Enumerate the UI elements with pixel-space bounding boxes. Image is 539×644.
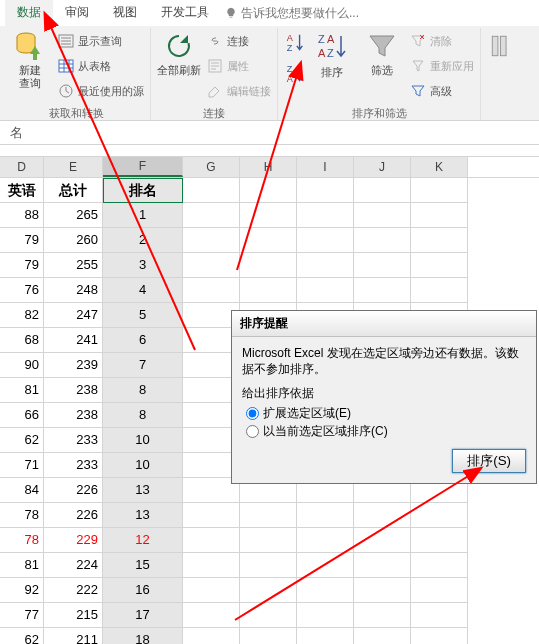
col-header-H[interactable]: H <box>240 157 297 177</box>
cell[interactable]: 8 <box>103 403 183 428</box>
col-header-K[interactable]: K <box>411 157 468 177</box>
cell[interactable]: 13 <box>103 503 183 528</box>
cell[interactable]: 66 <box>0 403 44 428</box>
name-box[interactable]: 名 <box>4 124 29 142</box>
cell[interactable]: 18 <box>103 628 183 644</box>
tell-me[interactable]: 告诉我您想要做什么... <box>225 0 359 26</box>
cell[interactable]: 17 <box>103 603 183 628</box>
cell[interactable]: 79 <box>0 253 44 278</box>
tab-data[interactable]: 数据 <box>5 0 53 26</box>
header-cell-D[interactable]: 英语 <box>0 178 44 203</box>
cell[interactable]: 71 <box>0 453 44 478</box>
recent-sources-button[interactable]: 最近使用的源 <box>58 80 144 102</box>
cell[interactable]: 13 <box>103 478 183 503</box>
cell[interactable]: 226 <box>44 503 103 528</box>
cell[interactable]: 77 <box>0 603 44 628</box>
cell[interactable]: 255 <box>44 253 103 278</box>
header-row: 英语 总计 排名 <box>0 178 539 203</box>
cell[interactable]: 10 <box>103 453 183 478</box>
cell[interactable]: 224 <box>44 553 103 578</box>
group-label-conn: 连接 <box>157 104 271 120</box>
funnel-icon <box>366 30 398 62</box>
radio-expand-input[interactable] <box>246 407 259 420</box>
cell[interactable]: 247 <box>44 303 103 328</box>
svg-text:Z: Z <box>287 64 293 74</box>
svg-text:Z: Z <box>327 47 334 59</box>
cell[interactable]: 62 <box>0 428 44 453</box>
dialog-sort-button[interactable]: 排序(S) <box>452 449 526 473</box>
cell[interactable]: 6 <box>103 328 183 353</box>
from-table-button[interactable]: 从表格 <box>58 55 144 77</box>
group-connections: 全部刷新 连接 属性 编辑链接 连接 <box>151 28 278 120</box>
cell[interactable]: 79 <box>0 228 44 253</box>
cell[interactable]: 92 <box>0 578 44 603</box>
advanced-filter-button[interactable]: 高级 <box>410 80 474 102</box>
refresh-all-button[interactable]: 全部刷新 <box>157 30 201 104</box>
col-header-E[interactable]: E <box>44 157 103 177</box>
cell[interactable]: 16 <box>103 578 183 603</box>
cell[interactable]: 2 <box>103 228 183 253</box>
sort-asc-icon[interactable]: A Z <box>284 30 306 58</box>
cell[interactable]: 5 <box>103 303 183 328</box>
header-cell-E[interactable]: 总计 <box>44 178 103 203</box>
cell[interactable]: 78 <box>0 503 44 528</box>
col-header-G[interactable]: G <box>183 157 240 177</box>
new-query-button[interactable]: 新建 查询 <box>8 30 52 104</box>
cell[interactable]: 248 <box>44 278 103 303</box>
tab-view[interactable]: 视图 <box>101 0 149 26</box>
cell[interactable]: 68 <box>0 328 44 353</box>
cell[interactable]: 1 <box>103 203 183 228</box>
cell[interactable]: 81 <box>0 553 44 578</box>
tab-review[interactable]: 审阅 <box>53 0 101 26</box>
show-queries-button[interactable]: 显示查询 <box>58 30 144 52</box>
radio-current[interactable]: 以当前选定区域排序(C) <box>246 423 526 439</box>
cell[interactable]: 3 <box>103 253 183 278</box>
cell[interactable]: 238 <box>44 403 103 428</box>
cell[interactable]: 8 <box>103 378 183 403</box>
cell[interactable]: 233 <box>44 453 103 478</box>
filter-button[interactable]: 筛选 <box>360 30 404 104</box>
col-header-J[interactable]: J <box>354 157 411 177</box>
cell[interactable]: 4 <box>103 278 183 303</box>
cell[interactable]: 215 <box>44 603 103 628</box>
cell[interactable]: 211 <box>44 628 103 644</box>
radio-expand[interactable]: 扩展选定区域(E) <box>246 405 526 421</box>
sort-button[interactable]: Z A A Z 排序 <box>310 30 354 79</box>
cell[interactable]: 260 <box>44 228 103 253</box>
radio-current-input[interactable] <box>246 425 259 438</box>
cell[interactable]: 241 <box>44 328 103 353</box>
cell[interactable]: 10 <box>103 428 183 453</box>
cell[interactable]: 239 <box>44 353 103 378</box>
col-header-D[interactable]: D <box>0 157 44 177</box>
cell[interactable]: 12 <box>103 528 183 553</box>
cell[interactable]: 62 <box>0 628 44 644</box>
clear-filter-button[interactable]: 清除 <box>410 30 474 52</box>
cell[interactable]: 90 <box>0 353 44 378</box>
ribbon: 新建 查询 显示查询 从表格 最近使用的源 获取和转换 <box>0 26 539 121</box>
connections-button[interactable]: 连接 <box>207 30 271 52</box>
more-button[interactable] <box>487 30 517 104</box>
sort-desc-icon[interactable]: Z A <box>284 61 306 89</box>
cell[interactable]: 7 <box>103 353 183 378</box>
dialog-legend: 给出排序依据 <box>242 385 526 401</box>
col-header-I[interactable]: I <box>297 157 354 177</box>
reapply-button[interactable]: 重新应用 <box>410 55 474 77</box>
cell[interactable]: 88 <box>0 203 44 228</box>
cell[interactable]: 78 <box>0 528 44 553</box>
cell[interactable]: 265 <box>44 203 103 228</box>
cell[interactable]: 233 <box>44 428 103 453</box>
cell[interactable]: 84 <box>0 478 44 503</box>
cell[interactable]: 82 <box>0 303 44 328</box>
cell[interactable]: 81 <box>0 378 44 403</box>
col-header-F[interactable]: F <box>103 157 183 177</box>
cell[interactable]: 222 <box>44 578 103 603</box>
header-cell-F[interactable]: 排名 <box>103 178 183 203</box>
edit-links-button[interactable]: 编辑链接 <box>207 80 271 102</box>
tab-devtools[interactable]: 开发工具 <box>149 0 221 26</box>
cell[interactable]: 76 <box>0 278 44 303</box>
cell[interactable]: 15 <box>103 553 183 578</box>
cell[interactable]: 226 <box>44 478 103 503</box>
cell[interactable]: 238 <box>44 378 103 403</box>
cell[interactable]: 229 <box>44 528 103 553</box>
properties-button[interactable]: 属性 <box>207 55 271 77</box>
